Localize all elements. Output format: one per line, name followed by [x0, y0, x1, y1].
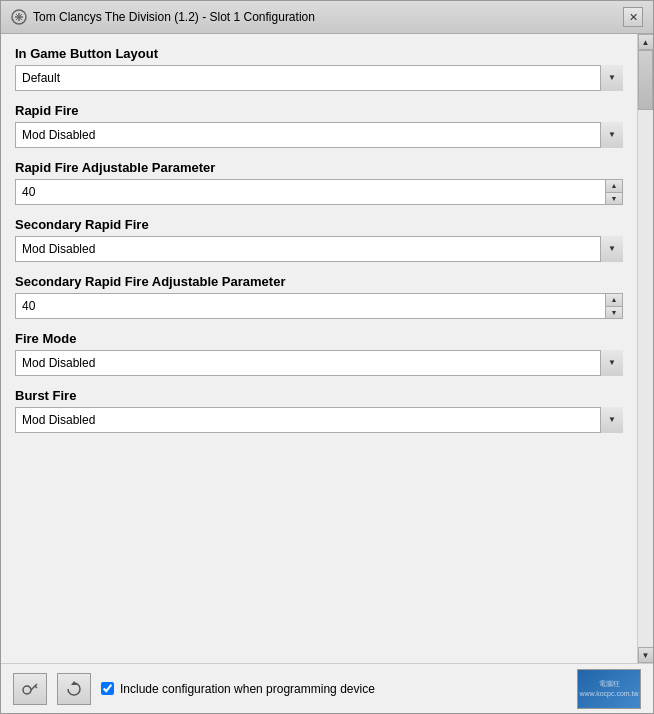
refresh-button[interactable]	[57, 673, 91, 705]
key-icon	[21, 680, 39, 698]
label-rapid-fire-param: Rapid Fire Adjustable Parameter	[15, 160, 623, 175]
title-bar-left: Tom Clancys The Division (1.2) - Slot 1 …	[11, 9, 315, 25]
close-button[interactable]: ✕	[623, 7, 643, 27]
scroll-content: In Game Button Layout Default Rapid Fire…	[1, 34, 637, 663]
spinbox-up-secondary-rapid-fire-param[interactable]: ▲	[605, 293, 623, 306]
select-wrapper-rapid-fire: Mod Disabled	[15, 122, 623, 148]
content-area: In Game Button Layout Default Rapid Fire…	[1, 34, 653, 663]
select-fire-mode[interactable]: Mod Disabled	[15, 350, 623, 376]
key-button[interactable]	[13, 673, 47, 705]
label-fire-mode: Fire Mode	[15, 331, 623, 346]
watermark-text: 電腦狂www.kocpc.com.tw	[579, 679, 638, 697]
spinbox-up-rapid-fire-param[interactable]: ▲	[605, 179, 623, 192]
select-wrapper-burst-fire: Mod Disabled	[15, 407, 623, 433]
spinbox-wrapper-rapid-fire-param: ▲ ▼	[15, 179, 623, 205]
scroll-track[interactable]	[638, 50, 653, 647]
scrollbar: ▲ ▼	[637, 34, 653, 663]
form-group-secondary-rapid-fire: Secondary Rapid Fire Mod Disabled	[15, 217, 623, 262]
form-group-rapid-fire: Rapid Fire Mod Disabled	[15, 103, 623, 148]
include-config-label: Include configuration when programming d…	[120, 682, 375, 696]
label-in-game-button-layout: In Game Button Layout	[15, 46, 623, 61]
label-secondary-rapid-fire-param: Secondary Rapid Fire Adjustable Paramete…	[15, 274, 623, 289]
svg-line-7	[35, 686, 37, 688]
footer: Include configuration when programming d…	[1, 663, 653, 713]
form-group-secondary-rapid-fire-param: Secondary Rapid Fire Adjustable Paramete…	[15, 274, 623, 319]
select-wrapper-secondary-rapid-fire: Mod Disabled	[15, 236, 623, 262]
spinbox-input-secondary-rapid-fire-param[interactable]	[15, 293, 605, 319]
spinbox-down-secondary-rapid-fire-param[interactable]: ▼	[605, 306, 623, 320]
main-window: Tom Clancys The Division (1.2) - Slot 1 …	[0, 0, 654, 714]
select-wrapper-fire-mode: Mod Disabled	[15, 350, 623, 376]
footer-brand-image: 電腦狂www.kocpc.com.tw	[577, 669, 641, 709]
spinbox-buttons-rapid-fire-param: ▲ ▼	[605, 179, 623, 205]
svg-point-5	[23, 686, 31, 694]
spinbox-wrapper-secondary-rapid-fire-param: ▲ ▼	[15, 293, 623, 319]
window-title: Tom Clancys The Division (1.2) - Slot 1 …	[33, 10, 315, 24]
label-burst-fire: Burst Fire	[15, 388, 623, 403]
select-rapid-fire[interactable]: Mod Disabled	[15, 122, 623, 148]
label-secondary-rapid-fire: Secondary Rapid Fire	[15, 217, 623, 232]
select-in-game-button-layout[interactable]: Default	[15, 65, 623, 91]
scroll-down-button[interactable]: ▼	[638, 647, 654, 663]
spinbox-input-rapid-fire-param[interactable]	[15, 179, 605, 205]
spinbox-buttons-secondary-rapid-fire-param: ▲ ▼	[605, 293, 623, 319]
footer-checkbox-area: Include configuration when programming d…	[101, 682, 567, 696]
scroll-thumb[interactable]	[638, 50, 653, 110]
form-group-burst-fire: Burst Fire Mod Disabled	[15, 388, 623, 433]
form-group-in-game-button-layout: In Game Button Layout Default	[15, 46, 623, 91]
select-burst-fire[interactable]: Mod Disabled	[15, 407, 623, 433]
title-bar: Tom Clancys The Division (1.2) - Slot 1 …	[1, 1, 653, 34]
app-icon	[11, 9, 27, 25]
select-secondary-rapid-fire[interactable]: Mod Disabled	[15, 236, 623, 262]
scroll-up-button[interactable]: ▲	[638, 34, 654, 50]
spinbox-down-rapid-fire-param[interactable]: ▼	[605, 192, 623, 206]
form-group-rapid-fire-param: Rapid Fire Adjustable Parameter ▲ ▼	[15, 160, 623, 205]
refresh-icon	[65, 680, 83, 698]
select-wrapper-in-game-button-layout: Default	[15, 65, 623, 91]
include-config-checkbox[interactable]	[101, 682, 114, 695]
form-group-fire-mode: Fire Mode Mod Disabled	[15, 331, 623, 376]
label-rapid-fire: Rapid Fire	[15, 103, 623, 118]
